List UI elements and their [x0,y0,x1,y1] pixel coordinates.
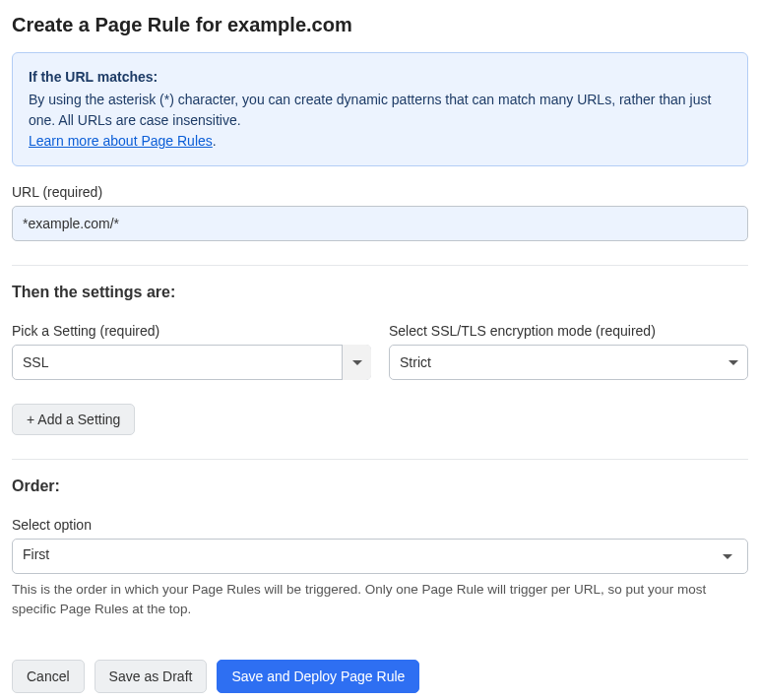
pick-setting-value: SSL [23,354,48,370]
add-setting-button[interactable]: + Add a Setting [12,404,135,435]
settings-row: Pick a Setting (required) SSL Select SSL… [12,323,748,380]
pick-setting-select[interactable]: SSL [12,345,371,380]
url-label: URL (required) [12,184,748,200]
info-period: . [213,133,217,149]
order-heading: Order: [12,477,748,495]
mode-select-wrap: Strict [389,345,748,380]
order-select-label: Select option [12,517,748,533]
order-select-wrap: First [12,539,748,574]
order-select[interactable]: First [12,539,748,574]
order-value: First [23,546,49,562]
mode-col: Select SSL/TLS encryption mode (required… [389,323,748,380]
mode-select[interactable]: Strict [389,345,748,380]
divider [12,459,748,460]
pick-setting-col: Pick a Setting (required) SSL [12,323,371,380]
info-title: If the URL matches: [29,67,731,88]
divider [12,265,748,266]
info-box: If the URL matches: By using the asteris… [12,52,748,166]
cancel-button[interactable]: Cancel [12,660,85,693]
save-draft-button[interactable]: Save as Draft [95,660,208,693]
actions-row: Cancel Save as Draft Save and Deploy Pag… [12,660,748,693]
info-body: By using the asterisk (*) character, you… [29,90,731,131]
pick-setting-label: Pick a Setting (required) [12,323,371,339]
save-deploy-button[interactable]: Save and Deploy Page Rule [217,660,419,693]
url-input[interactable] [12,206,748,241]
info-link[interactable]: Learn more about Page Rules [29,133,213,149]
mode-label: Select SSL/TLS encryption mode (required… [389,323,748,339]
order-help-text: This is the order in which your Page Rul… [12,580,748,618]
mode-value: Strict [400,354,431,370]
settings-heading: Then the settings are: [12,284,748,301]
pick-setting-select-wrap: SSL [12,345,371,380]
page-title: Create a Page Rule for example.com [12,14,748,36]
